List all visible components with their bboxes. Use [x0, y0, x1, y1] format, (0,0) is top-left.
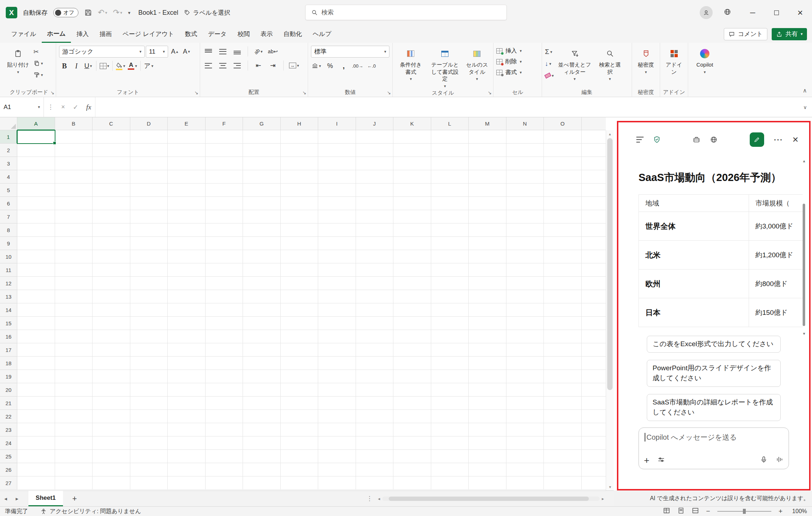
cell-E20[interactable] — [168, 383, 206, 397]
cell-M19[interactable] — [469, 370, 506, 383]
cell-D16[interactable] — [130, 330, 168, 343]
cell-F24[interactable] — [206, 436, 243, 450]
cell-H13[interactable] — [281, 290, 319, 303]
cell-G18[interactable] — [243, 357, 281, 370]
copy-button[interactable]: ▾ — [33, 59, 43, 68]
cell-B15[interactable] — [55, 317, 93, 330]
cell-O18[interactable] — [544, 357, 582, 370]
decrease-indent-button[interactable]: ⇤ — [253, 60, 264, 71]
phonetic-guide-button[interactable]: ア▾ — [143, 60, 154, 72]
cell-K13[interactable] — [393, 290, 431, 303]
cell-G17[interactable] — [243, 343, 281, 357]
cell-N27[interactable] — [506, 476, 544, 490]
cell-D4[interactable] — [130, 170, 168, 184]
cell-A9[interactable] — [17, 237, 55, 250]
cell-A6[interactable] — [17, 197, 55, 210]
cell-D14[interactable] — [130, 303, 168, 317]
cell-P13[interactable] — [582, 290, 606, 303]
tab-自動化[interactable]: 自動化 — [278, 25, 307, 43]
cell-F3[interactable] — [206, 157, 243, 170]
cell-J21[interactable] — [356, 397, 394, 410]
cell-P23[interactable] — [582, 423, 606, 436]
cell-B19[interactable] — [55, 370, 93, 383]
cell-B8[interactable] — [55, 223, 93, 237]
cell-C14[interactable] — [93, 303, 130, 317]
cell-B2[interactable] — [55, 144, 93, 157]
row-header-16[interactable]: 16 — [0, 330, 17, 343]
scroll-right-arrow[interactable]: ▸ — [602, 496, 604, 501]
cell-C15[interactable] — [93, 317, 130, 330]
cell-G15[interactable] — [243, 317, 281, 330]
format-as-table-button[interactable]: テーブルとして書式設定 ▾ — [428, 46, 462, 89]
cell-E13[interactable] — [168, 290, 206, 303]
cell-B10[interactable] — [55, 250, 93, 263]
cell-H21[interactable] — [281, 397, 319, 410]
suggestion-chip[interactable]: PowerPoint用のスライドデザインを作成してください — [647, 360, 781, 387]
cell-L1[interactable] — [431, 130, 469, 144]
cell-N17[interactable] — [506, 343, 544, 357]
cell-A13[interactable] — [17, 290, 55, 303]
cell-H24[interactable] — [281, 436, 319, 450]
cell-I24[interactable] — [318, 436, 356, 450]
cell-F20[interactable] — [206, 383, 243, 397]
cell-J7[interactable] — [356, 210, 394, 223]
cell-L21[interactable] — [431, 397, 469, 410]
copilot-button[interactable]: Copilot ▾ — [694, 46, 716, 75]
cell-D17[interactable] — [130, 343, 168, 357]
network-button[interactable] — [723, 8, 731, 18]
cell-M16[interactable] — [469, 330, 506, 343]
cell-K14[interactable] — [393, 303, 431, 317]
view-page-layout-button[interactable] — [677, 507, 685, 515]
cell-B26[interactable] — [55, 463, 93, 476]
cell-O11[interactable] — [544, 263, 582, 277]
cell-C26[interactable] — [93, 463, 130, 476]
orientation-button[interactable]: ab▾ — [253, 46, 264, 57]
cell-H4[interactable] — [281, 170, 319, 184]
paste-button[interactable]: 貼り付け ▾ — [5, 46, 31, 75]
cell-E26[interactable] — [168, 463, 206, 476]
cell-P4[interactable] — [582, 170, 606, 184]
cell-O5[interactable] — [544, 184, 582, 197]
row-header-22[interactable]: 22 — [0, 410, 17, 423]
close-panel-button[interactable]: × — [793, 134, 798, 145]
cell-O3[interactable] — [544, 157, 582, 170]
cell-M23[interactable] — [469, 423, 506, 436]
cell-J11[interactable] — [356, 263, 394, 277]
scroll-down-arrow[interactable]: ▾ — [606, 483, 614, 490]
cell-K19[interactable] — [393, 370, 431, 383]
cell-K4[interactable] — [393, 170, 431, 184]
cell-G13[interactable] — [243, 290, 281, 303]
cell-E10[interactable] — [168, 250, 206, 263]
cell-N16[interactable] — [506, 330, 544, 343]
cell-N19[interactable] — [506, 370, 544, 383]
search-box[interactable]: 検索 — [305, 5, 507, 20]
cell-I11[interactable] — [318, 263, 356, 277]
cell-F8[interactable] — [206, 223, 243, 237]
cell-N6[interactable] — [506, 197, 544, 210]
cell-I23[interactable] — [318, 423, 356, 436]
cell-I1[interactable] — [318, 130, 356, 144]
cell-N13[interactable] — [506, 290, 544, 303]
cell-P10[interactable] — [582, 250, 606, 263]
cell-B1[interactable] — [55, 130, 93, 144]
cell-O14[interactable] — [544, 303, 582, 317]
cell-H16[interactable] — [281, 330, 319, 343]
collapse-ribbon-button[interactable]: ∧ — [803, 87, 807, 94]
cell-I6[interactable] — [318, 197, 356, 210]
decrease-font-button[interactable]: A▾ — [181, 46, 192, 58]
cell-F5[interactable] — [206, 184, 243, 197]
cell-H15[interactable] — [281, 317, 319, 330]
cell-C20[interactable] — [93, 383, 130, 397]
cell-K9[interactable] — [393, 237, 431, 250]
cell-G3[interactable] — [243, 157, 281, 170]
cell-I5[interactable] — [318, 184, 356, 197]
tab-表示[interactable]: 表示 — [255, 25, 278, 43]
cell-F25[interactable] — [206, 450, 243, 463]
row-header-14[interactable]: 14 — [0, 303, 17, 317]
cell-B14[interactable] — [55, 303, 93, 317]
find-select-button[interactable]: 検索と選択 ▾ — [596, 46, 624, 82]
cell-O17[interactable] — [544, 343, 582, 357]
clear-button[interactable]: ▾ — [545, 71, 554, 80]
cell-J15[interactable] — [356, 317, 394, 330]
cell-D7[interactable] — [130, 210, 168, 223]
